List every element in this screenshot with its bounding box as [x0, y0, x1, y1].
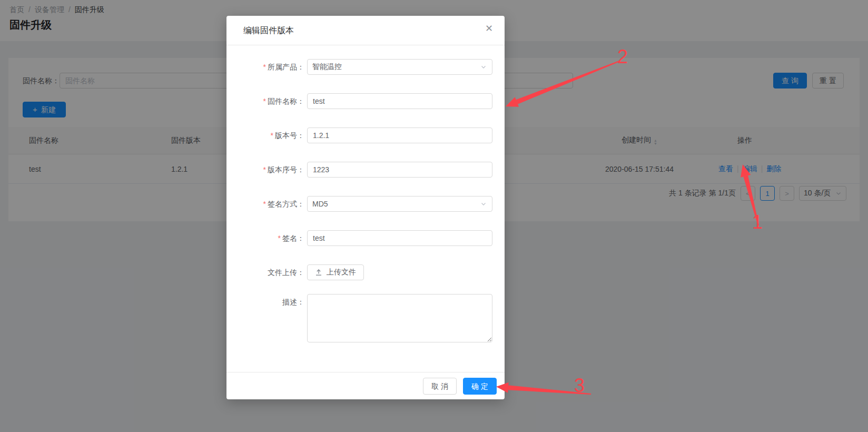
upload-button-label: 上传文件 — [327, 268, 356, 277]
required-marker: * — [271, 131, 273, 140]
field-label-signature: *签名： — [226, 230, 304, 246]
required-marker: * — [263, 165, 266, 174]
field-label-text: 版本号： — [275, 131, 304, 140]
field-label-product: *所属产品： — [226, 59, 304, 75]
field-label-text: 文件上传： — [268, 268, 304, 277]
field-label-text: 描述： — [282, 298, 304, 306]
chevron-down-icon — [480, 63, 487, 71]
upload-icon — [315, 269, 322, 276]
close-icon[interactable]: ✕ — [485, 24, 493, 33]
field-control-description — [307, 294, 492, 344]
field-label-text: 签名： — [282, 234, 304, 242]
field-control-product: 智能温控 — [307, 59, 492, 75]
field-label-firmware-name: *固件名称： — [226, 93, 304, 109]
required-marker: * — [263, 200, 266, 208]
field-label-sign-method: *签名方式： — [226, 196, 304, 212]
ok-button[interactable]: 确 定 — [463, 378, 497, 395]
select-value: 智能温控 — [312, 62, 342, 72]
field-control-file-upload: 上传文件 — [307, 264, 492, 280]
field-label-version-serial: *版本序号： — [226, 162, 304, 178]
chevron-down-icon — [480, 200, 487, 208]
field-control-version-serial — [307, 162, 492, 178]
field-control-version — [307, 127, 492, 143]
field-control-signature — [307, 230, 492, 246]
field-control-firmware-name — [307, 93, 492, 109]
modal-footer: 取 消 确 定 — [226, 372, 505, 399]
select-value: MD5 — [312, 200, 328, 208]
signature-input[interactable] — [307, 230, 492, 246]
modal-header: 编辑固件版本 ✕ — [226, 16, 505, 45]
field-label-version: *版本号： — [226, 127, 304, 143]
field-label-file-upload: 文件上传： — [226, 264, 304, 280]
required-marker: * — [278, 234, 281, 242]
firmware-name-input[interactable] — [307, 93, 492, 109]
version-serial-input[interactable] — [307, 162, 492, 178]
field-control-sign-method: MD5 — [307, 196, 492, 212]
required-marker: * — [263, 97, 266, 105]
field-label-text: 版本序号： — [268, 165, 304, 174]
description-textarea[interactable] — [307, 294, 492, 342]
field-label-text: 固件名称： — [268, 97, 304, 105]
upload-file-button[interactable]: 上传文件 — [307, 264, 364, 280]
edit-firmware-version-modal: 编辑固件版本 ✕ *所属产品：智能温控*固件名称：*版本号：*版本序号：*签名方… — [226, 16, 505, 399]
field-label-description: 描述： — [226, 294, 304, 310]
sign-method-select[interactable]: MD5 — [307, 196, 492, 212]
field-label-text: 所属产品： — [268, 63, 304, 71]
field-label-text: 签名方式： — [268, 200, 304, 208]
product-select[interactable]: 智能温控 — [307, 59, 492, 75]
required-marker: * — [263, 63, 266, 71]
version-input[interactable] — [307, 127, 492, 143]
cancel-button[interactable]: 取 消 — [423, 378, 457, 395]
modal-title: 编辑固件版本 — [243, 25, 294, 36]
